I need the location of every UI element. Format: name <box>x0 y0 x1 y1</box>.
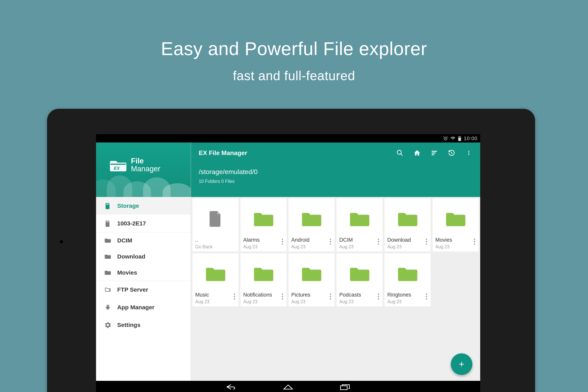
app-logo-text: File Manager <box>131 157 160 173</box>
nav-back-button[interactable] <box>224 383 238 391</box>
file-card-go-back[interactable]: .. Go Back <box>192 198 238 252</box>
card-date: Aug 23 <box>291 299 332 304</box>
card-date: Aug 23 <box>339 299 380 304</box>
tablet-screen: 10:00 EX File Manager <box>96 134 480 392</box>
nav-home-button[interactable] <box>281 383 295 391</box>
file-card-pictures[interactable]: Pictures Aug 23 <box>288 254 334 306</box>
sd-dark-icon <box>104 220 112 227</box>
fab-add-button[interactable] <box>451 354 472 375</box>
sidebar-item-1003-2e17[interactable]: 1003-2E17 <box>96 214 191 232</box>
card-menu-icon[interactable] <box>376 236 382 248</box>
sidebar-item-download[interactable]: Download <box>96 248 191 264</box>
card-menu-icon[interactable] <box>424 236 430 248</box>
history-icon[interactable] <box>448 149 456 157</box>
card-name: Android <box>291 237 332 243</box>
sidebar-item-movies[interactable]: Movies <box>96 264 191 281</box>
folder-icon <box>291 256 332 292</box>
card-menu-icon[interactable] <box>280 236 286 248</box>
card-date: Aug 23 <box>387 299 428 304</box>
card-name: Podcasts <box>339 292 380 298</box>
file-card-android[interactable]: Android Aug 23 <box>288 198 334 252</box>
app-window: EX File Manager Storage1003-2E17DCIMDown… <box>96 142 480 381</box>
file-icon <box>195 201 236 237</box>
card-name: Alarms <box>243 237 284 243</box>
file-card-notifications[interactable]: Notifications Aug 23 <box>240 254 286 306</box>
path-breadcrumb[interactable]: /storage/emulated/0 <box>199 168 474 176</box>
wifi-icon <box>450 136 456 141</box>
card-date: Go Back <box>195 244 236 250</box>
card-name: DCIM <box>339 237 380 243</box>
tablet-frame: 10:00 EX File Manager <box>47 109 535 392</box>
app-logo-icon: EX <box>110 158 126 172</box>
file-card-dcim[interactable]: DCIM Aug 23 <box>336 198 382 252</box>
card-name: Download <box>387 237 428 243</box>
sort-icon[interactable] <box>430 149 438 157</box>
card-menu-icon[interactable] <box>232 291 237 302</box>
folder-icon <box>104 269 112 276</box>
file-card-music[interactable]: Music Aug 23 <box>192 254 238 306</box>
sidebar-item-storage[interactable]: Storage <box>96 197 191 214</box>
svg-point-10 <box>397 150 402 154</box>
app-title: EX File Manager <box>199 149 247 156</box>
card-date: Aug 23 <box>243 244 284 250</box>
folder-icon <box>339 256 380 292</box>
card-name: Music <box>195 292 236 298</box>
card-date: Aug 23 <box>291 244 332 250</box>
home-icon[interactable] <box>413 149 421 157</box>
file-card-movies[interactable]: Movies Aug 23 <box>432 198 479 252</box>
status-clock: 10:00 <box>464 136 478 142</box>
folder-icon <box>104 253 112 260</box>
nav-recents-button[interactable] <box>338 383 352 391</box>
card-menu-icon[interactable] <box>280 291 286 302</box>
svg-point-14 <box>468 151 469 152</box>
card-date: Aug 23 <box>339 244 380 250</box>
card-name: .. <box>195 237 236 243</box>
folder-icon <box>104 236 112 244</box>
svg-rect-6 <box>107 221 108 222</box>
card-date: Aug 23 <box>195 299 236 304</box>
svg-rect-17 <box>340 386 347 390</box>
card-menu-icon[interactable] <box>328 236 334 248</box>
folder-icon <box>387 201 428 237</box>
folder-icon <box>243 256 284 292</box>
card-name: Pictures <box>291 292 332 298</box>
sidebar-item-settings[interactable]: Settings <box>96 316 191 334</box>
alarm-icon <box>443 136 448 141</box>
folder-icon <box>291 201 332 237</box>
card-menu-icon[interactable] <box>328 291 334 302</box>
sidebar-item-ftp-server[interactable]: FTP Server <box>96 281 191 298</box>
sidebar-item-label: FTP Server <box>117 286 148 293</box>
android-nav-bar <box>96 381 480 392</box>
svg-rect-12 <box>432 153 436 154</box>
sidebar-item-label: Download <box>117 253 145 260</box>
file-grid-wrap: .. Go Back Alarms Aug 23 Android Aug 23 … <box>191 197 480 381</box>
svg-rect-11 <box>432 151 437 152</box>
svg-rect-5 <box>106 221 107 222</box>
file-card-ringtones[interactable]: Ringtones Aug 23 <box>384 254 430 306</box>
overflow-menu-icon[interactable] <box>465 149 473 157</box>
app-bar: EX File Manager /storage/emulated/0 10 F… <box>191 142 480 197</box>
file-grid: .. Go Back Alarms Aug 23 Android Aug 23 … <box>192 198 479 306</box>
svg-rect-3 <box>107 204 108 205</box>
svg-rect-2 <box>106 204 107 205</box>
card-menu-icon[interactable] <box>424 291 430 302</box>
sidebar-item-label: App Manager <box>117 304 154 311</box>
svg-rect-13 <box>432 154 434 156</box>
battery-icon <box>458 136 462 141</box>
card-menu-icon[interactable] <box>376 291 382 302</box>
sidebar-item-label: Movies <box>117 269 137 276</box>
folder-icon <box>195 256 236 292</box>
svg-text:EX: EX <box>114 166 120 171</box>
search-icon[interactable] <box>396 149 404 157</box>
card-name: Notifications <box>243 292 284 298</box>
sidebar-item-app-manager[interactable]: App Manager <box>96 298 191 316</box>
sidebar-item-dcim[interactable]: DCIM <box>96 232 191 248</box>
ftp-icon <box>104 286 112 294</box>
sidebar: EX File Manager Storage1003-2E17DCIMDown… <box>96 142 191 381</box>
card-name: Movies <box>435 237 476 243</box>
sidebar-list: Storage1003-2E17DCIMDownloadMoviesFTP Se… <box>96 197 191 381</box>
file-card-podcasts[interactable]: Podcasts Aug 23 <box>336 254 382 306</box>
file-card-alarms[interactable]: Alarms Aug 23 <box>240 198 286 252</box>
file-card-download[interactable]: Download Aug 23 <box>384 198 430 252</box>
card-menu-icon[interactable] <box>472 236 478 248</box>
